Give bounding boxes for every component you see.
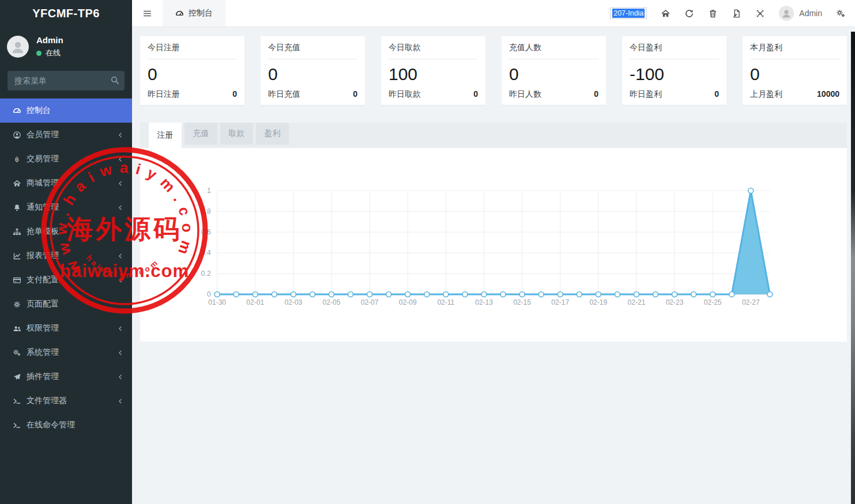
search-input[interactable] bbox=[7, 71, 125, 90]
settings-button[interactable] bbox=[836, 9, 846, 18]
sidebar-item-label: 报表管理 bbox=[27, 251, 116, 261]
chevron-left-icon bbox=[116, 252, 124, 260]
svg-text:02-11: 02-11 bbox=[437, 298, 454, 306]
home-button[interactable] bbox=[661, 9, 671, 18]
data-point[interactable] bbox=[691, 292, 696, 297]
sidebar-item-0[interactable]: 控制台 bbox=[0, 98, 132, 123]
sidebar-item-label: 权限管理 bbox=[27, 323, 116, 334]
data-point[interactable] bbox=[767, 292, 773, 297]
sidebar-item-12[interactable]: 文件管理器 bbox=[0, 389, 132, 413]
data-point[interactable] bbox=[443, 292, 449, 297]
sidebar-item-13[interactable]: 在线命令管理 bbox=[0, 413, 132, 437]
clear-cache-button[interactable] bbox=[732, 9, 741, 18]
chevron-left-icon bbox=[116, 349, 124, 357]
sidebar-menu: 控制台会员管理B交易管理商城管理通知管理抢单模板报表管理支付配置页面配置权限管理… bbox=[0, 98, 132, 437]
topbar: 控制台 207-India Admin bbox=[132, 0, 855, 27]
data-point[interactable] bbox=[500, 292, 506, 297]
stat-card-value: 0 bbox=[750, 65, 839, 84]
trash-button[interactable] bbox=[708, 9, 718, 18]
data-point[interactable] bbox=[596, 292, 601, 297]
data-point[interactable] bbox=[291, 292, 296, 297]
data-point[interactable] bbox=[424, 292, 430, 297]
chart-tab-3[interactable]: 盈利 bbox=[256, 123, 289, 145]
data-point[interactable] bbox=[310, 292, 315, 297]
data-point[interactable] bbox=[386, 292, 391, 297]
svg-text:02-01: 02-01 bbox=[246, 298, 264, 306]
topbar-tab-dashboard[interactable]: 控制台 bbox=[163, 0, 225, 26]
app-logo: YFCMF-TP6 bbox=[0, 0, 132, 27]
stat-card-title: 本月盈利 bbox=[750, 43, 839, 53]
sidebar-item-5[interactable]: 抢单模板 bbox=[0, 219, 132, 244]
sidebar-item-7[interactable]: 支付配置 bbox=[0, 268, 132, 292]
chevron-left-icon bbox=[116, 131, 124, 139]
chart-tab-0[interactable]: 注册 bbox=[149, 123, 182, 148]
data-point[interactable] bbox=[748, 188, 754, 194]
data-point[interactable] bbox=[233, 292, 239, 297]
chart-tab-2[interactable]: 取款 bbox=[220, 123, 253, 145]
stat-card-value: 0 bbox=[268, 65, 357, 84]
sidebar-item-label: 在线命令管理 bbox=[27, 420, 124, 430]
sidebar-item-4[interactable]: 通知管理 bbox=[0, 195, 132, 219]
sidebar-item-10[interactable]: 系统管理 bbox=[0, 340, 132, 365]
divider bbox=[630, 59, 719, 59]
data-point[interactable] bbox=[710, 292, 715, 297]
chart-tab-1[interactable]: 充值 bbox=[184, 123, 217, 145]
language-select[interactable]: 207-India bbox=[610, 7, 647, 19]
refresh-button[interactable] bbox=[684, 9, 694, 18]
stat-card-value: -100 bbox=[630, 65, 719, 84]
data-point[interactable] bbox=[519, 292, 525, 297]
data-point[interactable] bbox=[729, 292, 735, 297]
search-button[interactable] bbox=[110, 75, 120, 85]
sidebar-item-8[interactable]: 页面配置 bbox=[0, 292, 132, 316]
svg-text:02-23: 02-23 bbox=[666, 298, 684, 306]
svg-text:02-27: 02-27 bbox=[742, 298, 760, 306]
sidebar-item-9[interactable]: 权限管理 bbox=[0, 316, 132, 340]
data-point[interactable] bbox=[405, 292, 410, 297]
divider bbox=[389, 59, 478, 59]
stat-card-value: 0 bbox=[509, 65, 598, 84]
stat-card-title: 充值人数 bbox=[509, 43, 598, 53]
svg-text:B: B bbox=[15, 156, 19, 162]
data-point[interactable] bbox=[558, 292, 563, 297]
chevron-left-icon bbox=[116, 204, 124, 211]
data-point[interactable] bbox=[481, 292, 487, 297]
stat-card-sub-value: 0 bbox=[232, 89, 237, 100]
sidebar-item-label: 文件管理器 bbox=[27, 396, 116, 406]
data-point[interactable] bbox=[367, 292, 372, 297]
fullscreen-button[interactable] bbox=[755, 9, 765, 18]
svg-text:1: 1 bbox=[207, 187, 211, 195]
svg-text:0.2: 0.2 bbox=[201, 270, 211, 278]
avatar bbox=[779, 6, 794, 21]
data-point[interactable] bbox=[272, 292, 277, 297]
data-point[interactable] bbox=[634, 292, 639, 297]
stat-cards-row: 今日注册0昨日注册0今日充值0昨日充值0今日取款100昨日取款0充值人数0昨日人… bbox=[140, 36, 847, 105]
data-point[interactable] bbox=[348, 292, 353, 297]
chart-panel: 注册充值取款盈利 00.20.40.60.8101-3002-0102-0302… bbox=[140, 123, 847, 342]
data-point[interactable] bbox=[214, 292, 220, 297]
sidebar-item-label: 交易管理 bbox=[27, 154, 116, 164]
sidebar-item-11[interactable]: 插件管理 bbox=[0, 365, 132, 389]
sidebar-item-2[interactable]: B交易管理 bbox=[0, 147, 132, 171]
data-point[interactable] bbox=[538, 292, 544, 297]
credit-card-icon bbox=[13, 276, 21, 285]
sidebar-item-label: 系统管理 bbox=[27, 347, 116, 358]
sidebar-item-3[interactable]: 商城管理 bbox=[0, 171, 132, 195]
topbar-user-menu[interactable]: Admin bbox=[779, 6, 822, 21]
data-point[interactable] bbox=[329, 292, 334, 297]
data-point[interactable] bbox=[253, 292, 258, 297]
sidebar-item-6[interactable]: 报表管理 bbox=[0, 244, 132, 268]
sidebar-item-1[interactable]: 会员管理 bbox=[0, 123, 132, 147]
data-point[interactable] bbox=[615, 292, 620, 297]
sidebar-toggle-button[interactable] bbox=[132, 0, 163, 26]
sidebar-item-label: 支付配置 bbox=[27, 275, 116, 285]
data-point[interactable] bbox=[577, 292, 582, 297]
data-point[interactable] bbox=[462, 292, 468, 297]
data-point[interactable] bbox=[653, 292, 658, 297]
topbar-tab-label: 控制台 bbox=[189, 8, 213, 18]
data-point[interactable] bbox=[672, 292, 677, 297]
screen-edge-artifact bbox=[851, 32, 855, 504]
svg-text:02-25: 02-25 bbox=[704, 298, 722, 306]
gear-icon bbox=[13, 300, 21, 309]
terminal-icon bbox=[13, 397, 21, 406]
user-panel: Admin 在线 bbox=[0, 27, 132, 64]
